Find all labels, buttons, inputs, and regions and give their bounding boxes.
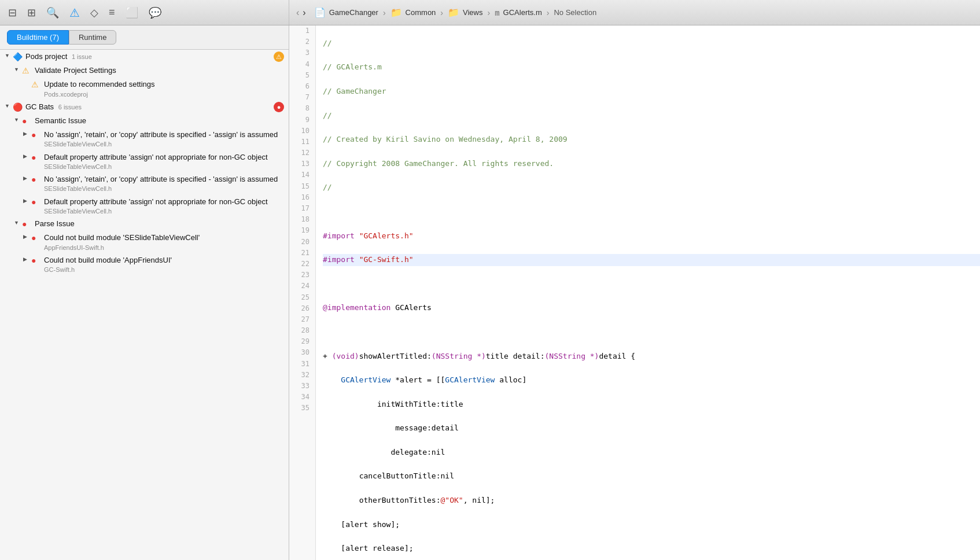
breadcrumb-common[interactable]: Common [406,8,436,17]
breadcrumb-gcalerts[interactable]: GCAlerts.m [503,8,542,17]
expand-icon[interactable] [14,220,22,226]
issue-subtitle: Pods.xcodeproj [44,90,284,98]
toolbar-icons: ⊟ ⊞ 🔍 ⚠ ◇ ≡ ⬜ 💬 [8,6,161,20]
breadcrumb-sep-4: › [547,8,550,17]
warning-icon: ⚠ [31,80,42,89]
code-line: // [323,110,980,122]
line-numbers: 12345 678910 1112131415 1617181920 21222… [289,25,316,560]
folder-icon[interactable]: ⊟ [8,6,17,19]
list-item[interactable]: ● Default property attribute 'assign' no… [0,150,289,172]
issue-title: Default property attribute 'assign' not … [44,152,284,163]
expand-icon[interactable] [23,175,31,181]
expand-icon[interactable] [23,256,31,262]
expand-icon[interactable] [23,131,31,137]
list-item[interactable]: 🔴 GC Bats 6 issues ● [0,100,289,114]
expand-icon[interactable] [23,234,31,240]
list-icon[interactable]: ≡ [109,6,115,19]
code-line: otherButtonTitles:@"OK", nil]; [323,495,980,507]
issue-count: 1 issue [72,53,92,60]
issue-title: Pods project [25,52,67,61]
list-item[interactable]: ● Could not build module 'AppFriendsUI' … [0,253,289,275]
code-line: + (void)showAlertTitled:(NSString *)titl… [323,351,980,363]
issue-title: Parse Issue [35,219,284,229]
breadcrumb-folder-icon-2: 📁 [448,7,459,18]
group-icon[interactable]: ⊞ [27,6,36,19]
tab-bar: Buildtime (7) Runtime [0,25,289,50]
issue-title: No 'assign', 'retain', or 'copy' attribu… [44,130,284,140]
expand-icon[interactable] [23,198,31,204]
list-item[interactable]: 🔷 Pods project 1 issue ⚠ [0,50,289,64]
code-line: cancelButtonTitle:nil [323,470,980,482]
breadcrumb-mfile-icon: m [495,8,499,17]
warning-icon: ⚠ [22,66,32,75]
code-line: @implementation GCAlerts [323,302,980,314]
issue-title: GC Bats [25,102,54,111]
breadcrumb-gamechanger[interactable]: GameChanger [329,8,378,17]
runtime-tab[interactable]: Runtime [69,30,116,45]
warning-icon[interactable]: ⚠ [69,6,80,20]
issue-subtitle: SESlideTableViewCell.h [44,163,284,171]
list-item[interactable]: ⚠ Validate Project Settings [0,64,289,78]
search-icon[interactable]: 🔍 [46,6,59,19]
breadcrumb-no-selection: No Selection [554,8,596,17]
expand-icon[interactable] [5,53,13,58]
error-icon: ● [31,233,42,242]
issue-title: Validate Project Settings [35,65,284,76]
issue-title: No 'assign', 'retain', or 'copy' attribu… [44,174,284,185]
issue-subtitle: SESlideTableViewCell.h [44,140,284,148]
expand-icon[interactable] [5,103,13,109]
error-icon: ● [31,197,42,207]
list-item[interactable]: ● No 'assign', 'retain', or 'copy' attri… [0,128,289,150]
error-icon: ● [31,153,42,162]
code-line: // [323,38,980,50]
code-line: message:detail [323,422,980,434]
list-item[interactable]: ● Could not build module 'SESlideTableVi… [0,231,289,253]
error-icon: ● [22,116,32,126]
list-item[interactable]: ● Semantic Issue [0,114,289,128]
breadcrumb-views[interactable]: Views [463,8,482,17]
back-arrow[interactable]: ‹ [296,8,299,18]
breadcrumb-file-icon: 📄 [314,7,326,18]
list-item[interactable]: ● Parse Issue [0,217,289,231]
code-line [323,206,980,218]
code-line: // Copyright 2008 GameChanger. All right… [323,158,980,170]
expand-icon[interactable] [14,117,22,123]
code-content: // // GCAlerts.m // GameChanger // // Cr… [316,25,980,560]
breadcrumb-folder-icon-1: 📁 [390,7,402,18]
expand-icon[interactable] [14,67,22,72]
tag-icon[interactable]: ⬜ [126,6,138,19]
code-line: [alert show]; [323,519,980,531]
code-editor: 12345 678910 1112131415 1617181920 21222… [289,25,980,560]
expand-icon[interactable] [23,153,31,159]
error-icon: ● [31,130,42,139]
list-item[interactable]: ● No 'assign', 'retain', or 'copy' attri… [0,172,289,194]
breadcrumb-bar: ‹ › 📄 GameChanger › 📁 Common › 📁 Views ›… [289,0,980,25]
project-icon: 🔴 [13,102,23,112]
top-bars: ⊟ ⊞ 🔍 ⚠ ◇ ≡ ⬜ 💬 ‹ › 📄 GameChanger › 📁 Co… [0,0,980,25]
issue-subtitle: GC-Swift.h [44,266,284,274]
list-item[interactable]: ⚠ Update to recommended settings Pods.xc… [0,78,289,100]
error-icon: ● [22,219,32,229]
warning-badge: ⚠ [274,51,284,62]
error-icon: ● [31,175,42,184]
issue-subtitle: AppFriendsUI-Swift.h [44,244,284,252]
chat-icon[interactable]: 💬 [149,6,161,19]
issue-title: Semantic Issue [35,116,284,126]
issue-list: 🔷 Pods project 1 issue ⚠ ⚠ Validate Proj… [0,50,289,560]
code-line: // Created by Kiril Savino on Wednesday,… [323,134,980,146]
issue-title: Could not build module 'AppFriendsUI' [44,255,284,266]
code-line: #import "GC-Swift.h" [323,254,980,266]
nav-arrows: ‹ › [296,8,306,18]
code-area[interactable]: 12345 678910 1112131415 1617181920 21222… [289,25,980,560]
forward-arrow[interactable]: › [303,8,305,18]
code-line [323,326,980,338]
list-item[interactable]: ● Default property attribute 'assign' no… [0,195,289,217]
error-icon: ● [31,256,42,265]
breadcrumb-sep-2: › [440,8,443,17]
code-line: [alert release]; [323,543,980,555]
diamond-icon[interactable]: ◇ [90,6,98,19]
code-line: GCAlertView *alert = [[GCAlertView alloc… [323,374,980,386]
buildtime-tab[interactable]: Buildtime (7) [7,30,69,45]
breadcrumb-sep-1: › [383,8,386,17]
issue-subtitle: SESlideTableViewCell.h [44,185,284,193]
